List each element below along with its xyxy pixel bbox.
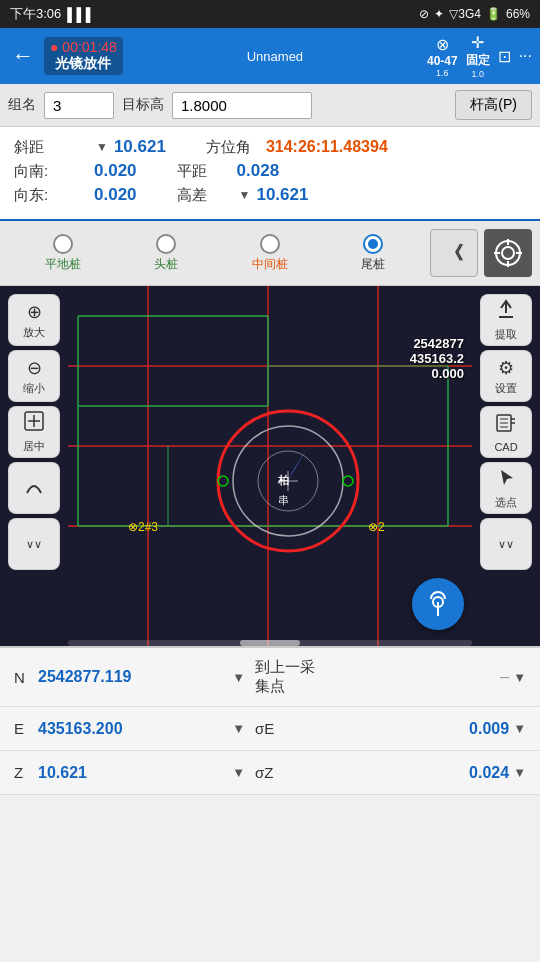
coord-z-display: 0.000 (410, 366, 464, 381)
select-point-icon (495, 466, 517, 493)
toolbar: ← ● 00:01:48 光镜放件 Unnamed ⊗ 40-47 1.6 ✛ … (0, 28, 540, 84)
pile-selector: 平地桩 头桩 中间桩 尾桩 《 (0, 221, 540, 286)
pile-label-head: 头桩 (154, 256, 178, 273)
pile-option-middle[interactable]: 中间桩 (252, 234, 288, 273)
azimuth-value: 314:26:11.48394 (266, 138, 388, 156)
n-row: N 2542877.119 ▼ 到上一采集点 – ▼ (0, 648, 540, 707)
sigma-z-value: 0.024 (315, 764, 509, 782)
collect-dropdown[interactable]: ▼ (513, 670, 526, 685)
pile-radio-tail[interactable] (363, 234, 383, 254)
n-dropdown[interactable]: ▼ (232, 670, 245, 685)
arc-button[interactable] (8, 462, 60, 514)
fixed-label: 固定 (466, 52, 490, 69)
more-icon[interactable]: ··· (519, 47, 532, 65)
target-height-input[interactable] (172, 92, 312, 119)
toolbar-title-text: 光镜放件 (55, 55, 111, 73)
range-icon: ⊗ (436, 35, 449, 54)
toolbar-icons: ⊗ 40-47 1.6 ✛ 固定 1.0 ⊡ ··· (427, 33, 532, 79)
select-point-button[interactable]: 选点 (480, 462, 532, 514)
z-row: Z 10.621 ▼ σZ 0.024 ▼ (0, 751, 540, 795)
settings-icon: ⚙ (498, 357, 514, 379)
collect-value: – (315, 668, 509, 686)
n-label: N (14, 669, 38, 686)
pile-label-flat: 平地桩 (45, 256, 81, 273)
svg-text:⊗2: ⊗2 (368, 520, 385, 534)
e-row: E 435163.200 ▼ σE 0.009 ▼ (0, 707, 540, 751)
bluetooth-icon: ✦ (434, 7, 444, 21)
left-toolbar: ⊕ 放大 ⊖ 缩小 居中 ∨∨ (0, 286, 68, 646)
select-point-label: 选点 (495, 495, 517, 510)
height-diff-dropdown[interactable]: ▼ (239, 188, 251, 202)
cad-button[interactable]: CAD (480, 406, 532, 458)
map-coords: 2542877 435163.2 0.000 (410, 336, 464, 381)
group-input[interactable] (44, 92, 114, 119)
n-value: 2542877.119 (38, 668, 232, 686)
coord-e-display: 435163.2 (410, 351, 464, 366)
height-diff-value: 10.621 (256, 185, 308, 205)
pole-height-button[interactable]: 杆高(P) (455, 90, 532, 120)
pile-label-middle: 中间桩 (252, 256, 288, 273)
zoom-in-button[interactable]: ⊕ 放大 (8, 294, 60, 346)
zoom-out-icon: ⊖ (27, 357, 42, 379)
scroll-down-right-icon: ∨∨ (498, 538, 514, 551)
data-panel: N 2542877.119 ▼ 到上一采集点 – ▼ E 435163.200 … (0, 646, 540, 795)
back-button[interactable]: ← (8, 39, 38, 73)
z-label: Z (14, 764, 38, 781)
arc-icon (23, 475, 45, 502)
measurements-panel: 斜距 ▼ 10.621 方位角 314:26:11.48394 向南: 0.02… (0, 127, 540, 221)
south-label: 向南: (14, 162, 94, 181)
settings-label: 设置 (495, 381, 517, 396)
battery-icon: 🔋 (486, 7, 501, 21)
east-value: 0.020 (94, 185, 137, 205)
height-diff-label: 高差 (177, 186, 237, 205)
signal-icon: ▌▌▌ (67, 7, 95, 22)
settings-button[interactable]: ⚙ 设置 (480, 350, 532, 402)
pile-options: 平地桩 头桩 中间桩 尾桩 (8, 234, 422, 273)
flat-dist-value: 0.028 (237, 161, 280, 181)
center-label: 居中 (23, 439, 45, 454)
scroll-down-right-button[interactable]: ∨∨ (480, 518, 532, 570)
zoom-out-button[interactable]: ⊖ 缩小 (8, 350, 60, 402)
scroll-down-left-icon: ∨∨ (26, 538, 42, 551)
svg-text:串: 串 (278, 494, 289, 506)
scroll-down-left-button[interactable]: ∨∨ (8, 518, 60, 570)
pile-option-tail[interactable]: 尾桩 (361, 234, 385, 273)
range-group: ⊗ 40-47 1.6 (427, 35, 458, 78)
target-icon-btn[interactable] (484, 229, 532, 277)
z-dropdown[interactable]: ▼ (232, 765, 245, 780)
sigma-z-label: σZ (255, 764, 315, 781)
east-label: 向东: (14, 186, 94, 205)
cad-icon (495, 412, 517, 439)
pile-radio-head[interactable] (156, 234, 176, 254)
location-button[interactable] (412, 578, 464, 630)
sigma-e-dropdown[interactable]: ▼ (513, 721, 526, 736)
pile-radio-flat[interactable] (53, 234, 73, 254)
e-dropdown[interactable]: ▼ (232, 721, 245, 736)
south-value: 0.020 (94, 161, 137, 181)
cad-label: CAD (494, 441, 517, 453)
fixed-group: ✛ 固定 1.0 (466, 33, 490, 79)
target-svg (492, 237, 524, 269)
wifi-icon: ⊘ (419, 7, 429, 21)
sigma-z-dropdown[interactable]: ▼ (513, 765, 526, 780)
pile-option-head[interactable]: 头桩 (154, 234, 178, 273)
south-row: 向南: 0.020 平距 0.028 (14, 161, 526, 181)
more-group[interactable]: ··· (519, 47, 532, 65)
pile-option-flat[interactable]: 平地桩 (45, 234, 81, 273)
slope-row: 斜距 ▼ 10.621 方位角 314:26:11.48394 (14, 137, 526, 157)
svg-text:柏: 柏 (277, 474, 289, 486)
extract-button[interactable]: 提取 (480, 294, 532, 346)
rec-dot: ● 00:01:48 (50, 39, 117, 55)
recording-indicator: ● 00:01:48 光镜放件 (44, 37, 123, 75)
e-value: 435163.200 (38, 720, 232, 738)
map-area[interactable]: ⊗2#3 ⊗2 柏 串 2542877 435163.2 0.000 ⊕ 放大 … (0, 286, 540, 646)
network-icon: ▽3G4 (449, 7, 481, 21)
back-double-btn[interactable]: 《 (430, 229, 478, 277)
title-wrap: Unnamed (129, 49, 421, 64)
battery-level: 66% (506, 7, 530, 21)
center-button[interactable]: 居中 (8, 406, 60, 458)
slope-dropdown[interactable]: ▼ (96, 140, 108, 154)
fixed-val: 1.0 (471, 69, 484, 79)
input-row: 组名 目标高 杆高(P) (0, 84, 540, 127)
pile-radio-middle[interactable] (260, 234, 280, 254)
